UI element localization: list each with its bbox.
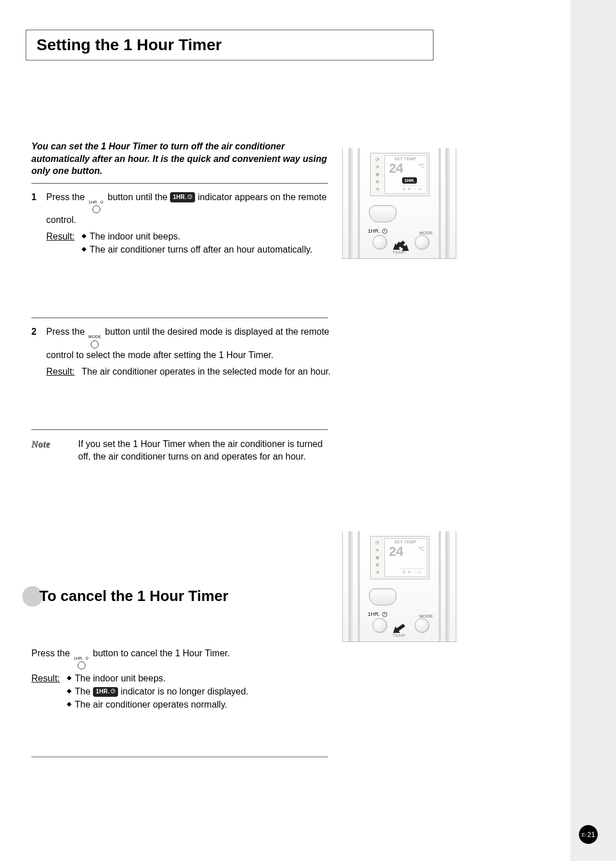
step-1: 1 Press the 1HR. ⏲ button until the 1HR.… [31,190,334,257]
temperature-digits: 24 [388,545,403,560]
step1-text-a: Press the [46,192,87,202]
cancel-block: Press the 1HR. ⏲ button to cancel the 1 … [31,647,334,712]
1hr-button [372,618,387,633]
note-text: If you set the 1 Hour Timer when the air… [78,438,328,464]
step-number: 2 [31,325,46,378]
step1-text-b: button until the [108,192,170,202]
mode-icons-column: ⟳ ✳ ❀ ❄ ☀ [373,156,382,193]
note-label: Note [31,438,78,464]
step-2: 2 Press the MODE button until the desire… [31,325,334,378]
lcd-1hr-indicator: 1HR. [402,177,417,184]
result-label: Result: [46,230,82,256]
bullet-text-a: The [75,687,93,696]
airflow-icons: ≋ ❄ ··· ııl [399,185,424,192]
temp-button-label: TEMP. [366,250,433,255]
cool-icon: ✳ [373,547,382,553]
hr-label-text: 1HR. [368,228,380,234]
bullet-text: The indoor unit beeps. [90,230,180,243]
result-text-content: The air conditioner operates in the sele… [82,365,331,378]
power-button [369,588,396,606]
mode-button [415,235,429,250]
cool-icon: ✳ [373,164,382,170]
pill-text: 1HR. [173,194,187,200]
clock-icon [382,229,387,234]
hr-label-text: 1HR. [368,611,380,617]
heat-icon: ☀ [373,186,382,192]
step-number: 1 [31,190,46,257]
1hr-button [372,235,387,250]
heat-icon: ☀ [373,570,382,575]
icon-label: 1HR. [74,656,84,660]
bullet: The air conditioner operates normally. [67,698,334,711]
page-number-badge: E-21 [579,825,598,844]
divider [31,757,328,757]
1hr-button-label: 1HR. [368,228,387,234]
clock-icon [382,612,387,617]
1hr-indicator-pill: 1HR. [170,192,195,202]
note-row: Note If you set the 1 Hour Timer when th… [31,438,328,464]
pill-text: 1HR. [404,178,415,183]
fan-icon: ❄ [373,179,382,185]
step2-text-a: Press the [46,327,87,336]
remote-lcd: ⟳ ✳ ❀ ❄ ☀ SET TEMP. 24 ℃ ≋ ❄ ··· ııl [370,536,429,579]
set-temp-label: SET TEMP. [385,540,427,544]
remote-lcd: ⟳ ✳ ❀ ❄ ☀ SET TEMP. 24 ℃ 1HR. ≋ ❄ ··· ıı… [370,153,429,196]
bullet-text: The indoor unit beeps. [75,672,165,685]
1hr-button-label: 1HR. [368,611,387,617]
bullet: The indoor unit beeps. [67,672,334,685]
sub-section-title: To cancel the 1 Hour Timer [22,586,590,607]
temperature-digits: 24 [388,161,403,177]
remote-illustration-set-timer: ⟳ ✳ ❀ ❄ ☀ SET TEMP. 24 ℃ 1HR. ≋ ❄ ··· ıı… [342,148,456,259]
mode-button-icon: MODE [88,334,102,348]
pill-text: 1HR. [96,688,110,695]
auto-icon: ⟳ [373,157,382,163]
bullet: The indoor unit beeps. [82,230,334,243]
temperature-unit: ℃ [418,163,424,169]
1hr-button-icon: 1HR. ⏲ [74,656,89,669]
divider [31,429,328,430]
dry-icon: ❀ [373,555,382,561]
result-text: The air conditioner operates in the sele… [82,365,334,378]
page-prefix: E- [582,832,587,838]
bullet: The 1HR. indicator is no longer displaye… [67,685,334,698]
section-title-box: Setting the 1 Hour Timer [26,30,433,60]
mode-icons-column: ⟳ ✳ ❀ ❄ ☀ [373,539,382,576]
intro-paragraph: You can set the 1 Hour Timer to turn off… [31,140,334,177]
bullet-text: The air conditioner operates normally. [75,698,227,711]
divider [31,318,328,318]
temperature-unit: ℃ [418,546,424,552]
auto-icon: ⟳ [373,540,382,546]
page-num-value: 21 [587,831,595,839]
result-label: Result: [31,672,67,712]
subtitle-rest: cancel the 1 Hour Timer [56,587,229,604]
bullet: The air conditioner turns off after an h… [82,243,334,256]
airflow-icons: ≋ ❄ ··· ııl [399,568,424,575]
power-button [369,205,396,222]
bullet-text-b: indicator is no longer displayed. [120,687,248,696]
fan-icon: ❄ [373,562,382,568]
subtitle-prefix: To [39,587,56,604]
cancel-text-a: Press the [31,648,72,658]
remote-illustration-cancel-timer: ⟳ ✳ ❀ ❄ ☀ SET TEMP. 24 ℃ ≋ ❄ ··· ııl 1HR… [342,531,456,642]
bullet-text: The air conditioner turns off after an h… [90,243,313,256]
dry-icon: ❀ [373,172,382,177]
1hr-button-icon: 1HR. ⏲ [88,200,104,213]
1hr-indicator-pill: 1HR. [93,687,118,697]
icon-label: 1HR. [88,200,99,204]
page-title: Setting the 1 Hour Timer [37,36,424,54]
divider [31,183,328,184]
cancel-text-b: button to cancel the 1 Hour Timer. [93,648,230,658]
result-label: Result: [46,365,82,378]
temp-button-label: TEMP. [366,633,433,638]
set-temp-label: SET TEMP. [385,157,427,161]
icon-label: MODE [88,334,102,340]
mode-button [415,618,429,633]
